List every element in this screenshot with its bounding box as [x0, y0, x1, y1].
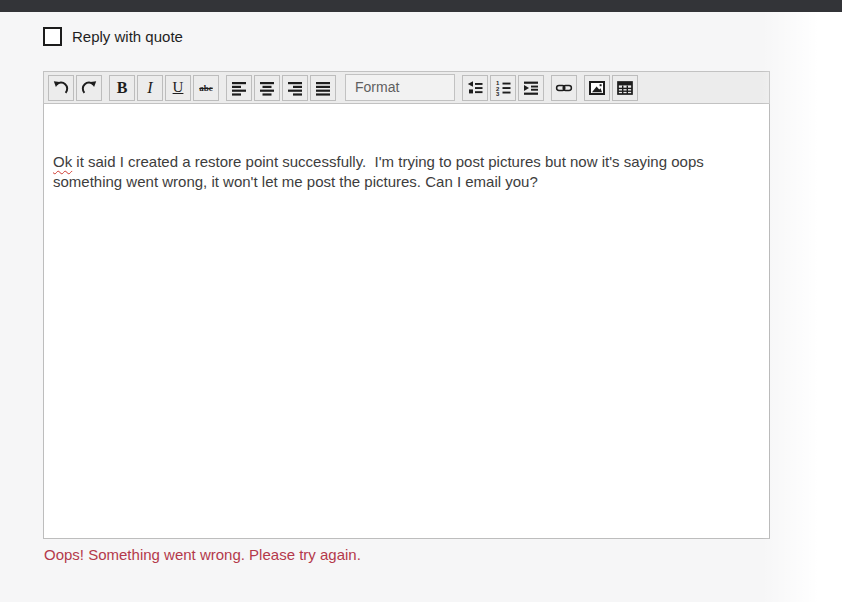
redo-button[interactable] — [76, 75, 102, 101]
reply-text-editor[interactable]: Ok it said I created a restore point suc… — [43, 104, 770, 539]
editor-toolbar: B I U abc — [43, 71, 770, 104]
align-left-button[interactable] — [226, 75, 252, 101]
link-group — [549, 75, 577, 101]
align-left-icon — [230, 79, 248, 97]
font-style-group: B I U abc — [107, 75, 219, 101]
editor-paragraph: Ok it said I created a restore point suc… — [53, 152, 759, 172]
bullet-list-icon — [466, 79, 484, 97]
align-center-icon — [258, 79, 276, 97]
underline-icon: U — [173, 79, 184, 96]
justify-icon — [314, 79, 332, 97]
format-dropdown[interactable]: Format — [345, 74, 455, 101]
align-right-icon — [286, 79, 304, 97]
italic-icon: I — [147, 79, 152, 97]
reply-with-quote-row: Reply with quote — [43, 27, 183, 46]
reply-with-quote-checkbox[interactable] — [43, 27, 62, 46]
italic-button[interactable]: I — [137, 75, 163, 101]
indent-button[interactable] — [518, 75, 544, 101]
justify-button[interactable] — [310, 75, 336, 101]
top-dark-bar — [0, 0, 842, 12]
svg-text:3: 3 — [496, 91, 500, 97]
bold-button[interactable]: B — [109, 75, 135, 101]
strikethrough-icon: abc — [199, 83, 213, 93]
underline-button[interactable]: U — [165, 75, 191, 101]
indent-icon — [522, 79, 540, 97]
alignment-group — [224, 75, 336, 101]
reply-with-quote-label: Reply with quote — [72, 28, 183, 45]
history-group — [46, 75, 102, 101]
insert-group — [582, 75, 638, 101]
strikethrough-button[interactable]: abc — [193, 75, 219, 101]
link-button[interactable] — [551, 75, 577, 101]
page-background: Reply with quote — [0, 0, 842, 602]
bold-icon: B — [117, 79, 128, 97]
image-button[interactable] — [584, 75, 610, 101]
table-icon — [616, 79, 634, 97]
align-center-button[interactable] — [254, 75, 280, 101]
error-message: Oops! Something went wrong. Please try a… — [44, 546, 361, 563]
editor-content: Ok it said I created a restore point suc… — [44, 104, 769, 202]
image-icon — [588, 79, 606, 97]
undo-icon — [52, 79, 70, 97]
bullet-list-button[interactable] — [462, 75, 488, 101]
undo-button[interactable] — [48, 75, 74, 101]
align-right-button[interactable] — [282, 75, 308, 101]
editor-text-line2: something went wrong, it won't let me po… — [53, 172, 759, 192]
list-group: 1 2 3 — [460, 75, 544, 101]
redo-icon — [80, 79, 98, 97]
editor-text-line1: it said I created a restore point succes… — [72, 153, 704, 170]
numbered-list-button[interactable]: 1 2 3 — [490, 75, 516, 101]
misspelled-word: Ok — [53, 153, 72, 170]
table-button[interactable] — [612, 75, 638, 101]
numbered-list-icon: 1 2 3 — [494, 79, 512, 97]
link-icon — [555, 79, 573, 97]
